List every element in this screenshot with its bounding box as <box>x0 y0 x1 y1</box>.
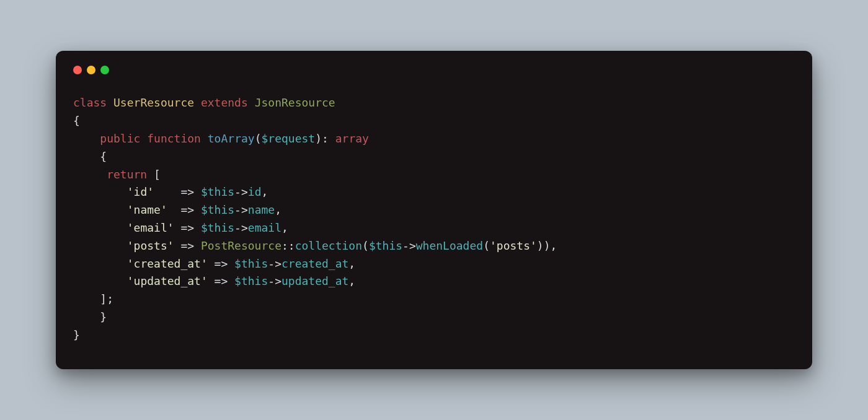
code-line: 'posts' => PostResource::collection($thi… <box>73 239 557 252</box>
code-line: public function toArray($request): array <box>73 132 369 145</box>
minimize-icon[interactable] <box>87 66 95 74</box>
code-line: 'created_at' => $this->created_at, <box>73 257 355 270</box>
code-line: { <box>73 150 107 163</box>
code-line: } <box>73 328 80 341</box>
close-icon[interactable] <box>73 66 82 74</box>
code-block: class UserResource extends JsonResource … <box>73 94 795 344</box>
maximize-icon[interactable] <box>100 66 109 74</box>
code-line: } <box>73 310 107 323</box>
code-line: 'email' => $this->email, <box>73 221 288 234</box>
code-window: class UserResource extends JsonResource … <box>56 51 812 369</box>
traffic-lights <box>73 66 795 74</box>
code-line: return [ <box>73 168 161 181</box>
code-line: 'updated_at' => $this->updated_at, <box>73 274 355 287</box>
code-line: { <box>73 114 80 127</box>
code-line: 'id' => $this->id, <box>73 185 268 198</box>
code-line: class UserResource extends JsonResource <box>73 96 335 109</box>
code-line: 'name' => $this->name, <box>73 203 281 216</box>
code-line: ]; <box>73 292 113 305</box>
